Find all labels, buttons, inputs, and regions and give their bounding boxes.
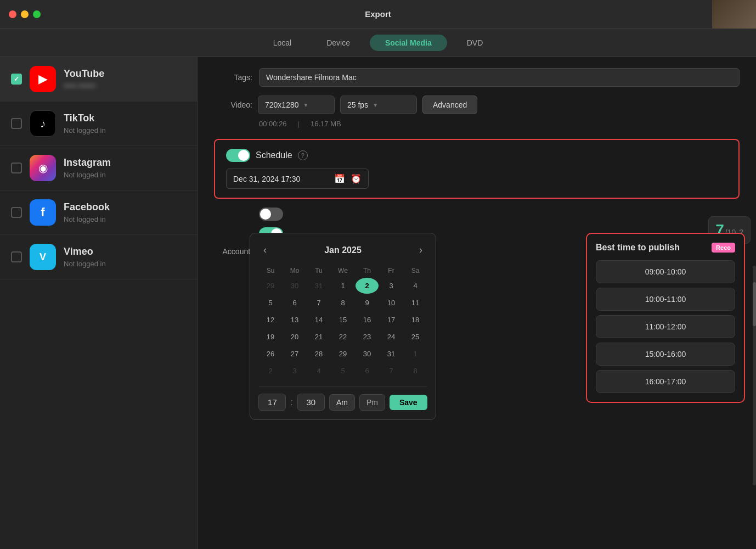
- account-label: Account:: [214, 247, 252, 256]
- cal-day-27[interactable]: 27: [283, 346, 306, 362]
- cal-day-21[interactable]: 21: [307, 329, 330, 345]
- time-save-button[interactable]: Save: [390, 395, 427, 410]
- instagram-icon: ◉: [30, 155, 56, 181]
- cal-day-29-prev[interactable]: 29: [259, 278, 282, 294]
- tab-dvd[interactable]: DVD: [452, 35, 499, 51]
- cal-day-7[interactable]: 7: [307, 295, 330, 311]
- fps-value: 25 fps: [347, 100, 368, 109]
- tags-input[interactable]: [259, 68, 740, 87]
- cal-day-6-next[interactable]: 6: [356, 363, 379, 379]
- resolution-dropdown[interactable]: 720x1280 ▼: [258, 96, 335, 114]
- cal-day-31[interactable]: 31: [380, 346, 403, 362]
- video-label: Video:: [214, 100, 252, 109]
- advanced-button[interactable]: Advanced: [422, 96, 477, 114]
- sidebar-item-instagram[interactable]: ◉ Instagram Not logged in: [0, 146, 197, 191]
- sidebar-item-youtube[interactable]: ✓ ▶ YouTube ••••• •••••••: [0, 57, 197, 102]
- cal-day-3[interactable]: 3: [380, 278, 403, 294]
- cal-day-2-today[interactable]: 2: [356, 278, 379, 294]
- time-hours-input[interactable]: 17: [258, 394, 286, 411]
- cal-day-24[interactable]: 24: [380, 329, 403, 345]
- tiktok-name: TikTok: [64, 113, 186, 124]
- cal-day-30-prev[interactable]: 30: [283, 278, 306, 294]
- clock-icon[interactable]: ⏰: [351, 173, 362, 184]
- cal-day-3-next[interactable]: 3: [283, 363, 306, 379]
- cal-day-22[interactable]: 22: [331, 329, 354, 345]
- cal-day-14[interactable]: 14: [307, 312, 330, 328]
- sidebar-item-facebook[interactable]: f Facebook Not logged in: [0, 191, 197, 235]
- sidebar-item-tiktok[interactable]: ♪ TikTok Not logged in: [0, 102, 197, 146]
- schedule-toggle[interactable]: [226, 149, 250, 162]
- cal-day-7-next[interactable]: 7: [380, 363, 403, 379]
- tiktok-checkbox[interactable]: [11, 118, 22, 129]
- toggle-1[interactable]: [259, 208, 283, 221]
- calendar-month-year: Jan 2025: [324, 245, 362, 255]
- time-slot-3[interactable]: 15:00-16:00: [596, 343, 735, 366]
- calendar-year: 2025: [342, 245, 362, 255]
- cal-day-1[interactable]: 1: [331, 278, 354, 294]
- cal-day-4-next[interactable]: 4: [307, 363, 330, 379]
- facebook-checkbox[interactable]: [11, 207, 22, 218]
- video-row: Video: 720x1280 ▼ 25 fps ▼ Advanced: [214, 96, 740, 114]
- cal-prev-button[interactable]: ‹: [259, 242, 271, 258]
- toggle-row-1: [214, 208, 740, 221]
- sidebar-item-vimeo[interactable]: V Vimeo Not logged in: [0, 235, 197, 279]
- cal-day-6[interactable]: 6: [283, 295, 306, 311]
- cal-day-17[interactable]: 17: [380, 312, 403, 328]
- cal-day-30[interactable]: 30: [356, 346, 379, 362]
- minimize-button[interactable]: [21, 10, 29, 18]
- cal-day-9[interactable]: 9: [356, 295, 379, 311]
- cal-day-5[interactable]: 5: [259, 295, 282, 311]
- tab-social-media[interactable]: Social Media: [370, 35, 447, 51]
- time-slot-4[interactable]: 16:00-17:00: [596, 370, 735, 393]
- cal-day-31-prev[interactable]: 31: [307, 278, 330, 294]
- fps-dropdown[interactable]: 25 fps ▼: [340, 96, 417, 114]
- cal-day-19[interactable]: 19: [259, 329, 282, 345]
- close-button[interactable]: [9, 10, 16, 18]
- time-slot-2[interactable]: 11:00-12:00: [596, 315, 735, 338]
- cal-day-23[interactable]: 23: [356, 329, 379, 345]
- cal-day-29[interactable]: 29: [331, 346, 354, 362]
- cal-day-13[interactable]: 13: [283, 312, 306, 328]
- scrollbar-thumb[interactable]: [753, 282, 756, 326]
- youtube-checkbox[interactable]: ✓: [11, 74, 22, 85]
- tab-device[interactable]: Device: [311, 35, 365, 51]
- cal-day-5-next[interactable]: 5: [331, 363, 354, 379]
- cal-day-28[interactable]: 28: [307, 346, 330, 362]
- schedule-help-icon[interactable]: ?: [298, 150, 308, 160]
- cal-day-16[interactable]: 16: [356, 312, 379, 328]
- cal-day-18[interactable]: 18: [404, 312, 427, 328]
- tab-local[interactable]: Local: [258, 35, 307, 51]
- instagram-status: Not logged in: [64, 171, 186, 179]
- cal-next-button[interactable]: ›: [415, 242, 427, 258]
- cal-day-4[interactable]: 4: [404, 278, 427, 294]
- vimeo-name: Vimeo: [64, 246, 186, 257]
- vimeo-checkbox[interactable]: [11, 251, 22, 262]
- cal-day-8-next[interactable]: 8: [404, 363, 427, 379]
- calendar-container: ‹ Jan 2025 › Su Mo Tu We Th Fr Sa 29 30 …: [250, 233, 436, 420]
- cal-day-2-next[interactable]: 2: [259, 363, 282, 379]
- cal-header-tu: Tu: [307, 265, 330, 277]
- cal-day-26[interactable]: 26: [259, 346, 282, 362]
- best-time-panel: Best time to publish Reco 09:00-10:00 10…: [586, 233, 745, 403]
- instagram-checkbox[interactable]: [11, 163, 22, 173]
- time-minutes-input[interactable]: 30: [297, 394, 325, 411]
- cal-day-10[interactable]: 10: [380, 295, 403, 311]
- scrollbar[interactable]: [753, 266, 756, 485]
- main-layout: ✓ ▶ YouTube ••••• ••••••• ♪ TikTok Not l…: [0, 57, 756, 549]
- cal-day-1-next[interactable]: 1: [404, 346, 427, 362]
- time-slot-1[interactable]: 10:00-11:00: [596, 288, 735, 311]
- am-button[interactable]: Am: [329, 394, 355, 411]
- resolution-chevron-icon: ▼: [303, 102, 309, 108]
- cal-day-20[interactable]: 20: [283, 329, 306, 345]
- time-picker-row: 17 : 30 Am Pm Save: [259, 386, 427, 411]
- cal-day-12[interactable]: 12: [259, 312, 282, 328]
- maximize-button[interactable]: [33, 10, 41, 18]
- cal-day-15[interactable]: 15: [331, 312, 354, 328]
- cal-day-25[interactable]: 25: [404, 329, 427, 345]
- cal-day-11[interactable]: 11: [404, 295, 427, 311]
- cal-day-8[interactable]: 8: [331, 295, 354, 311]
- pm-button[interactable]: Pm: [359, 394, 385, 411]
- calendar-icon[interactable]: 📅: [334, 173, 345, 184]
- time-slot-0[interactable]: 09:00-10:00: [596, 260, 735, 283]
- facebook-icon: f: [30, 199, 56, 226]
